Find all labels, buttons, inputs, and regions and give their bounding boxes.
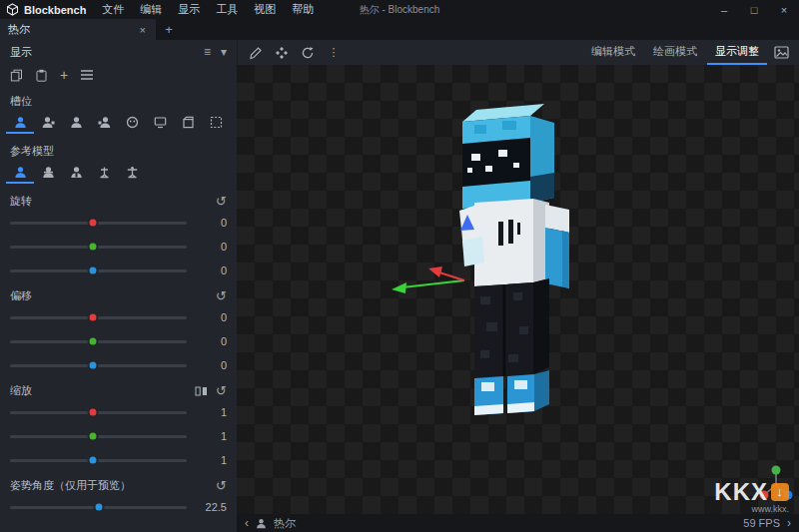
- slider-knob[interactable]: [88, 407, 99, 418]
- reset-scale-icon[interactable]: ↺: [216, 383, 227, 398]
- reference-model-button[interactable]: [34, 163, 62, 184]
- menu-file[interactable]: 文件: [94, 2, 132, 17]
- rotation-section-label: 旋转 ↺: [0, 188, 237, 211]
- paste-display-icon[interactable]: [35, 69, 48, 82]
- mirror-paint-icon[interactable]: [270, 40, 294, 65]
- panel-collapse-icon[interactable]: ▾: [221, 45, 227, 59]
- slider-knob[interactable]: [93, 502, 104, 513]
- slots-label: 槽位: [0, 88, 237, 111]
- menu-display[interactable]: 显示: [170, 2, 208, 17]
- scale-y-slider[interactable]: [10, 435, 187, 438]
- slider-knob[interactable]: [88, 336, 99, 347]
- brush-tool-icon[interactable]: [244, 40, 268, 65]
- slider-row: 1: [0, 424, 237, 448]
- minimize-button[interactable]: –: [709, 0, 739, 19]
- watermark-title: KKX: [714, 478, 768, 506]
- menu-tools[interactable]: 工具: [208, 2, 246, 17]
- slider-knob[interactable]: [88, 360, 99, 371]
- slider-row: 0: [0, 211, 237, 235]
- menu-edit[interactable]: 编辑: [132, 2, 170, 17]
- new-tab-button[interactable]: +: [156, 20, 182, 40]
- panel-menu-icon[interactable]: ≡: [204, 45, 211, 59]
- display-slot-button[interactable]: [146, 113, 174, 134]
- kebab-menu-icon[interactable]: ⋮: [322, 40, 346, 65]
- slider-knob[interactable]: [88, 431, 99, 442]
- viewport-toolbar: ⋮ 编辑模式 绘画模式 显示调整: [237, 40, 799, 65]
- window-controls: – □ ×: [709, 0, 799, 19]
- slider-knob[interactable]: [88, 242, 99, 253]
- watermark: KKX ↓ www.kkx.: [714, 478, 789, 514]
- copy-display-icon[interactable]: [10, 69, 23, 82]
- translation-x-slider[interactable]: [10, 316, 187, 319]
- tab-close-icon[interactable]: ×: [138, 24, 148, 36]
- slider-knob[interactable]: [88, 218, 99, 229]
- sync-rotate-icon[interactable]: [296, 40, 320, 65]
- display-slot-button[interactable]: [6, 113, 34, 134]
- slider-knob[interactable]: [88, 455, 99, 466]
- slider-knob[interactable]: [88, 266, 99, 276]
- rotation-x-slider[interactable]: [10, 222, 187, 225]
- slider-knob[interactable]: [88, 312, 99, 323]
- rotation-y-slider[interactable]: [10, 246, 187, 249]
- display-panel-header: 显示 ≡ ▾: [0, 40, 237, 64]
- app-name: Blockbench: [24, 4, 86, 16]
- display-slot-button[interactable]: [174, 113, 202, 134]
- reset-rotation-icon[interactable]: ↺: [216, 194, 227, 209]
- display-actions-row: +: [0, 64, 237, 88]
- display-slot-button[interactable]: [90, 113, 118, 134]
- maximize-button[interactable]: □: [739, 0, 769, 19]
- tab-model[interactable]: 热尔 ×: [0, 19, 156, 40]
- display-slot-button[interactable]: [62, 113, 90, 134]
- slider-row: 1: [0, 400, 237, 424]
- display-slot-button[interactable]: [202, 113, 230, 134]
- menu-help[interactable]: 帮助: [284, 2, 322, 17]
- viewport-canvas[interactable]: KKX ↓ www.kkx.: [237, 65, 799, 514]
- translation-y-slider[interactable]: [10, 340, 187, 343]
- reset-translation-icon[interactable]: ↺: [216, 288, 227, 303]
- reset-pose-icon[interactable]: ↺: [216, 478, 227, 493]
- mirror-scale-icon[interactable]: [195, 385, 208, 397]
- mode-tab-display[interactable]: 显示调整: [707, 40, 767, 65]
- fps-counter: 59 FPS: [743, 517, 780, 529]
- slider-row: 0: [0, 353, 237, 377]
- add-display-icon[interactable]: +: [60, 67, 68, 83]
- translation-z-slider[interactable]: [10, 364, 187, 367]
- pose-angle-slider[interactable]: [10, 506, 187, 509]
- slider-row: 0: [0, 329, 237, 353]
- reference-model-button[interactable]: [118, 163, 146, 184]
- scale-z-slider[interactable]: [10, 459, 187, 462]
- breadcrumb-model-name[interactable]: 热尔: [274, 516, 296, 531]
- status-expand-icon[interactable]: ›: [787, 516, 791, 530]
- model-bust-icon: [256, 518, 267, 529]
- minecraft-character-model[interactable]: [459, 104, 569, 415]
- viewport: ⋮ 编辑模式 绘画模式 显示调整: [237, 40, 799, 532]
- slider-value: 0: [195, 335, 227, 347]
- mode-tab-paint[interactable]: 绘画模式: [645, 40, 705, 65]
- display-slot-button[interactable]: [118, 113, 146, 134]
- close-button[interactable]: ×: [769, 0, 799, 19]
- slider-row: 0: [0, 259, 237, 282]
- app-logo[interactable]: Blockbench: [0, 3, 94, 16]
- slider-value: 0: [195, 241, 227, 253]
- tab-label: 热尔: [8, 22, 138, 37]
- titlebar: Blockbench 文件 编辑 显示 工具 视图 帮助 热尔 - Blockb…: [0, 0, 799, 19]
- display-slot-button[interactable]: [34, 113, 62, 134]
- screenshot-icon[interactable]: [769, 40, 793, 65]
- display-panel: 显示 ≡ ▾ + 槽位: [0, 40, 237, 532]
- slider-value: 0: [195, 359, 227, 371]
- menu-view[interactable]: 视图: [246, 2, 284, 17]
- mode-tab-edit[interactable]: 编辑模式: [583, 40, 643, 65]
- rotation-z-slider[interactable]: [10, 269, 187, 272]
- reference-model-label: 参考模型: [0, 138, 237, 161]
- scale-x-slider[interactable]: [10, 411, 187, 414]
- slider-row: 0: [0, 235, 237, 259]
- display-panel-title: 显示: [10, 45, 32, 60]
- blockbench-logo-icon: [6, 3, 19, 16]
- window-title: 热尔 - Blockbench: [360, 3, 440, 17]
- slider-value: 1: [195, 430, 227, 442]
- list-icon[interactable]: [80, 69, 94, 81]
- reference-model-button[interactable]: [6, 163, 34, 184]
- breadcrumb-back-icon[interactable]: ‹: [245, 516, 249, 530]
- reference-model-button[interactable]: [90, 163, 118, 184]
- reference-model-button[interactable]: [62, 163, 90, 184]
